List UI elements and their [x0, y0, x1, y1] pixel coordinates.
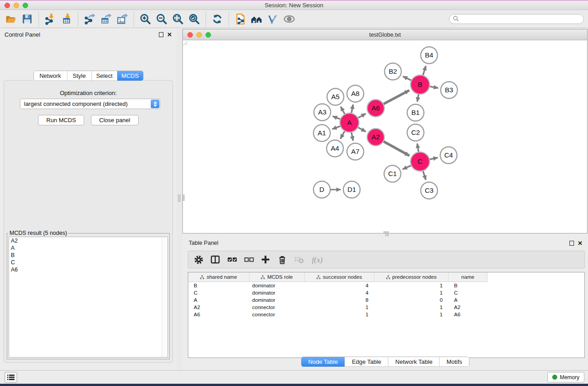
tab-style[interactable]: Style	[67, 71, 91, 81]
first-neighbors-button[interactable]	[232, 11, 249, 27]
show-columns-button[interactable]	[210, 253, 220, 267]
settings-gear-button[interactable]	[194, 253, 204, 267]
zoom-fit-button[interactable]	[170, 11, 186, 27]
delete-column-button[interactable]	[277, 253, 287, 267]
import-table-button[interactable]	[58, 11, 75, 27]
mcds-result-item[interactable]: A2	[9, 237, 167, 244]
network-node-C2[interactable]: C2	[407, 124, 424, 141]
search-input[interactable]	[449, 14, 584, 24]
network-node-B4[interactable]: B4	[421, 47, 438, 64]
table-float-panel-icon[interactable]	[569, 241, 574, 246]
tab-select[interactable]: Select	[91, 71, 117, 81]
zoom-in-button[interactable]	[137, 11, 153, 27]
column-header-predecessor-nodes[interactable]: predecessor nodes	[374, 272, 449, 282]
cell-shared-name: C	[188, 289, 249, 296]
table-row[interactable]: Cdominator41C	[188, 289, 584, 296]
close-panel-icon[interactable]: ✕	[167, 32, 172, 38]
network-node-C3[interactable]: C3	[421, 182, 438, 199]
memory-button[interactable]: Memory	[547, 372, 584, 382]
network-node-B1[interactable]: B1	[407, 105, 424, 121]
cell-filler	[488, 304, 584, 311]
float-panel-icon[interactable]	[159, 32, 163, 37]
close-panel-button[interactable]: Close panel	[91, 115, 139, 125]
network-node-A[interactable]: A	[340, 113, 359, 132]
criterion-dropdown[interactable]: largest connected component (directed)	[20, 99, 160, 109]
vertical-split-divider[interactable]	[177, 28, 182, 370]
network-node-C1[interactable]: C1	[384, 166, 401, 182]
network-node-A4[interactable]: A4	[327, 140, 344, 157]
delete-column-icon	[277, 255, 287, 265]
mcds-result-item[interactable]: A	[9, 244, 167, 252]
network-node-A5[interactable]: A5	[327, 89, 344, 105]
table-row[interactable]: Bdominator41B	[188, 282, 584, 289]
column-header-MCDS-role[interactable]: MCDS role	[249, 272, 305, 282]
table-body: Bdominator41BCdominator41CAdominator80AA…	[188, 282, 584, 318]
mcds-result-item[interactable]: C	[9, 259, 167, 266]
network-window-titlebar[interactable]: testGlobe.txt	[183, 29, 587, 40]
table-row[interactable]: A6connector11A6	[188, 311, 584, 318]
zoom-out-button[interactable]	[153, 11, 170, 27]
network-node-B2[interactable]: B2	[385, 63, 402, 80]
network-node-A8[interactable]: A8	[347, 86, 364, 102]
network-node-A1[interactable]: A1	[314, 125, 330, 142]
save-session-button[interactable]	[19, 11, 35, 27]
export-network-button[interactable]	[81, 11, 98, 27]
table-close-panel-icon[interactable]: ✕	[578, 240, 583, 246]
network-node-B3[interactable]: B3	[441, 82, 458, 99]
search-text-field[interactable]	[459, 15, 583, 23]
cell-predecessor-nodes: 1	[374, 282, 449, 289]
table-tab-node-table[interactable]: Node Table	[301, 357, 345, 367]
result-scrollbar[interactable]	[162, 237, 167, 357]
home-button[interactable]	[249, 11, 265, 27]
svg-text:B1: B1	[411, 109, 420, 116]
table-tab-motifs[interactable]: Motifs	[439, 357, 469, 367]
mcds-result-item[interactable]: B	[9, 252, 167, 259]
status-bar: Memory	[0, 370, 588, 384]
import-network-button[interactable]	[42, 11, 58, 27]
svg-text:C: C	[418, 157, 423, 165]
deselect-all-button[interactable]	[244, 253, 254, 267]
network-node-D[interactable]: D	[314, 181, 330, 198]
column-header-successor-nodes[interactable]: successor nodes	[305, 272, 374, 282]
refresh-layout-button[interactable]	[209, 11, 225, 27]
svg-text:A3: A3	[318, 108, 326, 116]
network-canvas[interactable]: B4B2BB3A8A5A6A3B1AC2A1A2A4A7C4CC1C3DD1	[183, 41, 587, 233]
table-row[interactable]: A2connector11A2	[188, 304, 584, 311]
select-all-button[interactable]	[227, 253, 237, 267]
mcds-result-item[interactable]: A6	[9, 266, 167, 273]
window-titlebar: Session: New Session	[0, 1, 588, 10]
svg-text:A2: A2	[372, 133, 380, 141]
network-node-A3[interactable]: A3	[314, 104, 331, 121]
network-node-C[interactable]: C	[411, 152, 430, 171]
tab-mcds[interactable]: MCDS	[117, 71, 143, 81]
network-node-A2[interactable]: A2	[367, 129, 384, 146]
run-mcds-button[interactable]: Run MCDS	[38, 115, 84, 125]
export-image-button[interactable]	[114, 11, 130, 27]
cell-predecessor-nodes: 1	[374, 304, 449, 311]
horizontal-split-divider[interactable]	[182, 234, 588, 237]
export-table-button[interactable]	[98, 11, 114, 27]
svg-text:B2: B2	[389, 67, 397, 75]
table-tab-network-table[interactable]: Network Table	[388, 357, 439, 367]
tab-network[interactable]: Network	[34, 71, 67, 81]
network-node-C4[interactable]: C4	[440, 147, 457, 164]
column-header-name[interactable]: name	[449, 272, 488, 282]
table-tab-edge-table[interactable]: Edge Table	[344, 357, 388, 367]
function-builder-button[interactable]: f(x)	[311, 253, 326, 267]
mcds-result-list[interactable]: A2ABCA6	[9, 237, 168, 357]
destroy-table-button[interactable]	[294, 253, 304, 267]
task-history-button[interactable]	[5, 372, 17, 383]
cell-filler	[488, 311, 584, 318]
network-node-B[interactable]: B	[411, 75, 430, 94]
network-node-A7[interactable]: A7	[347, 143, 364, 160]
network-node-D1[interactable]: D1	[344, 181, 360, 198]
open-session-button[interactable]	[3, 11, 19, 27]
hide-details-button[interactable]	[265, 11, 281, 27]
network-node-A6[interactable]: A6	[367, 100, 384, 117]
eye-button[interactable]	[281, 11, 297, 27]
column-header-shared-name[interactable]: shared name	[188, 272, 249, 282]
add-column-button[interactable]	[261, 253, 271, 267]
zoom-selected-button[interactable]	[186, 11, 202, 27]
table-row[interactable]: Adominator80A	[188, 296, 584, 304]
column-header-filler	[488, 272, 584, 282]
